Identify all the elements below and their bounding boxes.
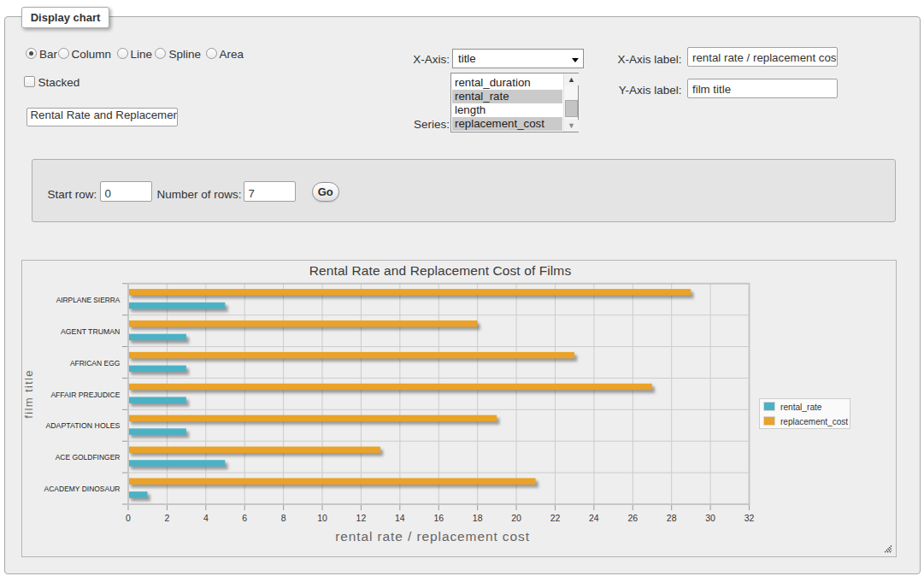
svg-text:4: 4 (203, 513, 209, 523)
svg-text:6: 6 (242, 513, 247, 523)
svg-text:14: 14 (395, 513, 405, 523)
svg-text:8: 8 (281, 513, 286, 523)
svg-text:26: 26 (627, 513, 638, 523)
svg-text:rental_rate: rental_rate (780, 402, 822, 412)
svg-text:film title: film title (22, 369, 35, 419)
svg-text:20: 20 (511, 513, 521, 523)
svg-text:ACE GOLDFINGER: ACE GOLDFINGER (56, 452, 121, 461)
svg-text:32: 32 (744, 513, 755, 523)
svg-text:AIRPLANE SIERRA: AIRPLANE SIERRA (56, 295, 121, 304)
svg-text:24: 24 (589, 513, 599, 523)
svg-text:2: 2 (164, 513, 169, 523)
svg-text:ACADEMY DINOSAUR: ACADEMY DINOSAUR (44, 484, 121, 493)
svg-text:AFRICAN EGG: AFRICAN EGG (70, 358, 121, 367)
svg-text:12: 12 (356, 513, 367, 523)
svg-text:16: 16 (433, 513, 444, 523)
svg-text:28: 28 (667, 513, 677, 523)
svg-text:replacement_cost: replacement_cost (780, 416, 848, 426)
svg-text:AFFAIR PREJUDICE: AFFAIR PREJUDICE (50, 390, 120, 399)
svg-text:AGENT TRUMAN: AGENT TRUMAN (61, 326, 120, 336)
svg-text:30: 30 (705, 513, 715, 523)
svg-text:18: 18 (473, 513, 483, 523)
svg-text:22: 22 (550, 513, 561, 523)
svg-text:ADAPTATION HOLES: ADAPTATION HOLES (45, 420, 120, 430)
svg-text:rental rate / replacement cost: rental rate / replacement cost (335, 529, 530, 544)
svg-text:0: 0 (126, 513, 131, 523)
svg-text:Rental Rate and Replacement Co: Rental Rate and Replacement Cost of Film… (309, 263, 572, 278)
svg-text:10: 10 (317, 513, 327, 523)
